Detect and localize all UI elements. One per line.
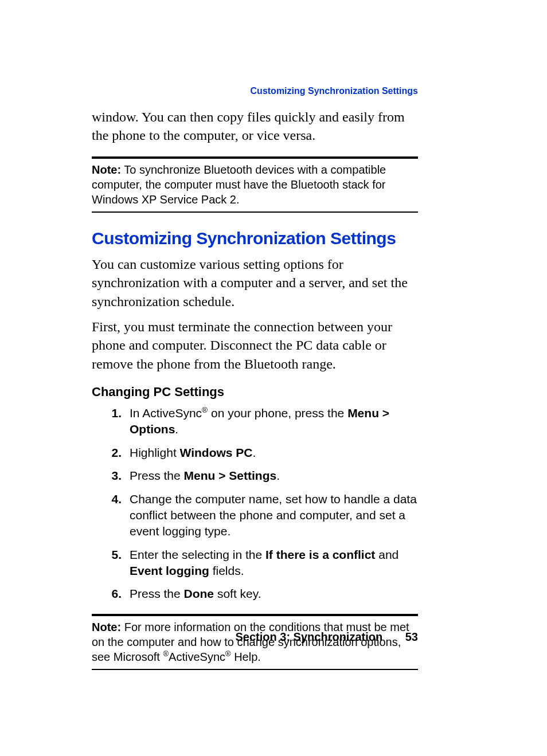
note-text-mid: ActiveSync [169, 651, 225, 663]
footer-section: Section 3: Synchronization [235, 630, 382, 643]
step-4: 4. Change the computer name, set how to … [92, 491, 418, 540]
note-label: Note: [92, 621, 121, 633]
step-number: 4. [92, 491, 130, 540]
running-head: Customizing Synchronization Settings [251, 86, 418, 96]
step-number: 3. [92, 468, 130, 484]
note-text-post: Help. [231, 651, 261, 663]
step-6: 6. Press the Done soft key. [92, 586, 418, 602]
step-text: Press the Menu > Settings. [130, 468, 418, 484]
page: Customizing Synchronization Settings win… [0, 0, 547, 756]
page-footer: Section 3: Synchronization 53 [235, 630, 418, 644]
note-box-1: Note: To synchronize Bluetooth devices w… [92, 156, 418, 213]
step-number: 1. [92, 405, 130, 438]
paragraph-2: First, you must terminate the connection… [92, 318, 418, 373]
registered-symbol: ® [225, 649, 231, 658]
registered-symbol: ® [163, 649, 169, 658]
step-5: 5. Enter the selecting in the If there i… [92, 547, 418, 579]
step-text: Enter the selecting in the If there is a… [130, 547, 418, 579]
intro-continuation: window. You can then copy files quickly … [92, 108, 418, 145]
sub-heading: Changing PC Settings [92, 385, 418, 399]
note-text: To synchronize Bluetooth devices with a … [92, 163, 386, 206]
step-1: 1. In ActiveSync® on your phone, press t… [92, 405, 418, 438]
page-number: 53 [405, 630, 418, 643]
step-number: 2. [92, 445, 130, 461]
paragraph-1: You can customize various setting option… [92, 255, 418, 311]
step-number: 6. [92, 586, 130, 602]
step-number: 5. [92, 547, 130, 579]
note-label: Note: [92, 163, 121, 176]
step-2: 2. Highlight Windows PC. [92, 445, 418, 461]
step-text: In ActiveSync® on your phone, press the … [130, 405, 418, 438]
section-heading: Customizing Synchronization Settings [92, 229, 418, 248]
registered-symbol: ® [202, 406, 208, 414]
step-text: Change the computer name, set how to han… [130, 491, 418, 540]
steps-list: 1. In ActiveSync® on your phone, press t… [92, 405, 418, 602]
step-text: Press the Done soft key. [130, 586, 418, 602]
step-3: 3. Press the Menu > Settings. [92, 468, 418, 484]
step-text: Highlight Windows PC. [130, 445, 418, 461]
content-block: window. You can then copy files quickly … [92, 108, 418, 670]
